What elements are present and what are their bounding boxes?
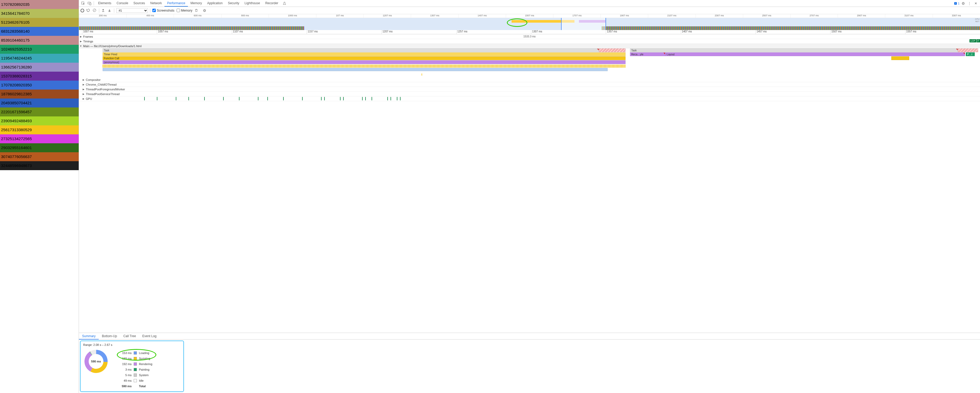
legend-row: 153 msLoading — [118, 350, 153, 356]
recording-select[interactable]: #1 — [116, 8, 148, 13]
tab-console[interactable]: Console — [114, 0, 131, 6]
main-flame-chart[interactable]: Task Task Timer Fired Reca…yle Layout P…… — [94, 48, 980, 77]
number-row: 29032955164601 — [0, 143, 79, 152]
tab-performance[interactable]: Performance — [164, 0, 188, 6]
chevron-right-icon[interactable]: ▶ — [81, 88, 85, 91]
task-bar[interactable]: Task — [630, 48, 958, 52]
anonymous-bar[interactable]: (anonymous) — [103, 60, 625, 64]
devtools-panel: ElementsConsoleSourcesNetworkPerformance… — [79, 0, 980, 393]
inspect-icon[interactable] — [81, 1, 86, 6]
btab-summary[interactable]: Summary — [79, 333, 99, 340]
layout-bar[interactable]: Layout — [665, 53, 965, 56]
number-row: 27325134272565 — [0, 134, 79, 143]
trash-icon[interactable] — [194, 8, 199, 13]
record-button[interactable] — [81, 9, 84, 13]
annotation-circle — [507, 18, 527, 27]
track-gpu[interactable]: ▶GPU — [79, 96, 980, 101]
download-icon[interactable] — [108, 8, 112, 13]
legend-row: 5 msSystem — [118, 372, 153, 378]
chevron-right-icon[interactable]: ▶ — [81, 83, 85, 86]
chevron-right-icon[interactable]: ▶ — [79, 35, 83, 38]
capture-settings-icon[interactable] — [203, 8, 207, 13]
number-row: 32448596948673 — [0, 161, 79, 170]
reload-record-icon[interactable] — [86, 8, 91, 13]
tab-lighthouse[interactable]: Lighthouse — [242, 0, 262, 6]
track-threadpoolservicethread[interactable]: ▶ThreadPoolServiceThread — [79, 92, 980, 96]
svg-text:i: i — [955, 2, 956, 5]
summary-donut-chart: 590 ms — [84, 350, 108, 373]
tab-network[interactable]: Network — [148, 0, 164, 6]
tab-elements[interactable]: Elements — [95, 0, 114, 6]
range-label: Range: 2.08 s – 2.67 s — [83, 343, 112, 347]
devtools-tab-bar: ElementsConsoleSourcesNetworkPerformance… — [79, 0, 980, 7]
tab-security[interactable]: Security — [225, 0, 242, 6]
btab-bottom-up[interactable]: Bottom-Up — [99, 333, 120, 339]
issues-count: 1 — [958, 2, 959, 5]
chevron-right-icon[interactable]: ▶ — [81, 93, 85, 95]
chevron-right-icon[interactable]: ▶ — [81, 78, 85, 81]
clear-icon[interactable] — [92, 8, 97, 13]
track-chrome_childiothread[interactable]: ▶Chrome_ChildIOThread — [79, 82, 980, 87]
device-toggle-icon[interactable] — [87, 1, 92, 6]
tab-memory[interactable]: Memory — [188, 0, 204, 6]
tab-recorder[interactable]: Recorder — [262, 0, 281, 6]
track-threadpoolforegroundworker[interactable]: ▶ThreadPoolForegroundWorker — [79, 87, 980, 92]
legend-row: 49 msIdle — [118, 378, 153, 383]
number-row: 6831283568140 — [0, 27, 79, 36]
upload-icon[interactable] — [101, 8, 105, 13]
settings-icon[interactable] — [961, 1, 966, 6]
chevron-right-icon[interactable]: ▶ — [81, 97, 85, 100]
legend-row: 192 msRendering — [118, 361, 153, 367]
number-row: 25617313380529 — [0, 125, 79, 134]
summary-legend: 153 msLoading189 msScripting192 msRender… — [118, 350, 153, 389]
number-row: 10246925352210 — [0, 45, 79, 54]
paint-bar[interactable]: P…t — [966, 53, 975, 56]
more-icon[interactable]: ⋮ — [967, 1, 972, 6]
donut-total: 590 ms — [91, 360, 101, 363]
overview-selection[interactable] — [561, 18, 606, 30]
frames-track[interactable]: ▶ Frames 1533.3 ms — [79, 34, 980, 39]
btab-event-log[interactable]: Event Log — [139, 333, 160, 339]
close-icon[interactable]: ✕ — [973, 1, 978, 6]
recorder-beaker-icon — [282, 1, 287, 6]
number-row: 18786029812385 — [0, 89, 79, 99]
flame-chart-area[interactable]: ▶ Frames 1533.3 ms ▶ Timings LCPF ▼ Main… — [79, 34, 980, 333]
page-content-panel: 1707820892035341564178407051234626761056… — [0, 0, 79, 393]
number-row: 13662567136280 — [0, 63, 79, 72]
number-row: 1707820892035 — [0, 0, 79, 9]
memory-checkbox[interactable]: Memory — [177, 9, 192, 13]
recalc-style-bar[interactable]: Reca…yle — [630, 53, 665, 56]
btab-call-tree[interactable]: Call Tree — [120, 333, 139, 339]
summary-tab-bar: SummaryBottom-UpCall TreeEvent Log — [79, 333, 980, 340]
tab-sources[interactable]: Sources — [131, 0, 148, 6]
svg-rect-2 — [90, 3, 91, 5]
chevron-right-icon[interactable]: ▶ — [79, 40, 83, 43]
main-track-header[interactable]: ▼ Main — file:///Users/johnny/Downloads/… — [79, 44, 980, 48]
overview-axis-labels: CPU NET — [975, 18, 980, 22]
number-row: 11954746244245 — [0, 54, 79, 63]
number-row: 30740776056637 — [0, 152, 79, 161]
number-row: 23909492488493 — [0, 117, 79, 125]
number-row: 20493850704421 — [0, 99, 79, 107]
chevron-down-icon[interactable]: ▼ — [79, 45, 83, 48]
frames-duration: 1533.3 ms — [523, 35, 536, 38]
task-bar[interactable]: Task — [103, 48, 599, 52]
track-compositor[interactable]: ▶Compositor — [79, 77, 980, 82]
legend-row: 590 msTotal — [118, 383, 153, 389]
detail-ruler: 1007 ms1057 ms1107 ms1157 ms1207 ms1257 … — [79, 30, 980, 34]
number-row: 17078208920350 — [0, 81, 79, 89]
number-row: 5123462676105 — [0, 18, 79, 27]
overview-timeline[interactable]: 200 ms400 ms600 ms800 ms1000 ms107 ms120… — [79, 14, 980, 30]
issues-badge[interactable]: i1 — [954, 2, 959, 5]
timer-fired-bar[interactable]: Timer Fired — [103, 53, 625, 56]
number-row: 22201671596457 — [0, 107, 79, 117]
lcp-marker[interactable]: LCPF — [969, 39, 980, 42]
performance-toolbar: #1 Screenshots Memory — [79, 7, 980, 14]
timings-track[interactable]: ▶ Timings LCPF — [79, 39, 980, 44]
screenshots-checkbox[interactable]: Screenshots — [153, 9, 175, 13]
tab-application[interactable]: Application — [204, 0, 225, 6]
function-call-bar[interactable]: Function Call — [103, 56, 625, 60]
number-row: 15370388028315 — [0, 72, 79, 81]
legend-row: 189 msScripting — [118, 356, 153, 361]
number-row: 3415641784070 — [0, 9, 79, 18]
